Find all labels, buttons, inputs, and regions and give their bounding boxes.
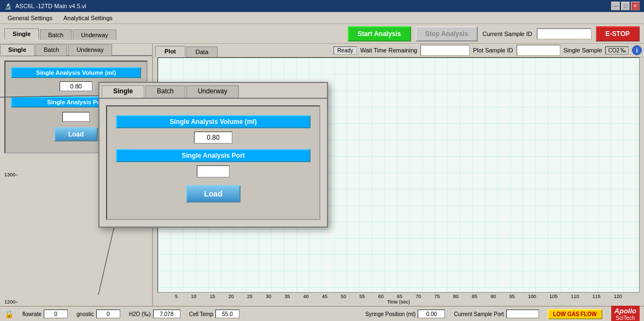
syringe-position-label: Syringe Position (ml): [365, 311, 415, 317]
diagnostic-input[interactable]: [96, 310, 120, 318]
tab-plot[interactable]: Plot: [155, 46, 185, 57]
plot-sample-id-label: Plot Sample ID: [473, 47, 513, 54]
lock-icon: 🔒: [4, 310, 14, 318]
zoom-tab-strip: Single Batch Underway: [99, 83, 327, 99]
h2o-input[interactable]: [153, 310, 180, 318]
wait-time-label: Wait Time Remaining: [360, 47, 417, 54]
main-toolbar: Single Batch Underway Start Analysis Sto…: [0, 24, 644, 44]
flowrate-field: flowrate: [22, 310, 68, 318]
wait-time-input[interactable]: [420, 45, 470, 56]
current-sample-port-field: Current Sample Port: [454, 310, 538, 318]
x-axis: 510152025 3035404550 5560657075 80859095…: [155, 293, 642, 299]
tab-underway-main[interactable]: Underway: [73, 29, 116, 40]
syringe-position-field: Syringe Position (ml): [365, 310, 445, 318]
load-button[interactable]: Load: [54, 127, 98, 141]
zoom-volume-label-button[interactable]: Single Analysis Volume (ml): [116, 115, 311, 128]
maximize-button[interactable]: □: [621, 2, 630, 10]
close-button[interactable]: ✕: [631, 2, 640, 10]
volume-input[interactable]: [60, 81, 92, 91]
cell-temp-label: Cell Temp: [189, 311, 213, 317]
plot-sample-id-input[interactable]: [517, 45, 560, 56]
start-analysis-button[interactable]: Start Analysis: [348, 26, 411, 41]
title-bar: 🔬 ASC6L -12TD Main v4.5.vi ─ □ ✕: [0, 0, 644, 12]
status-ready: Ready: [333, 46, 357, 55]
left-tab-strip: Single Batch Underway: [0, 44, 152, 56]
title-bar-controls: ─ □ ✕: [611, 2, 640, 10]
current-sample-port-label: Current Sample Port: [454, 311, 504, 317]
tab-batch-main[interactable]: Batch: [40, 29, 72, 40]
syringe-position-input[interactable]: [418, 310, 445, 318]
title-bar-title: ASC6L -12TD Main v4.5.vi: [15, 3, 86, 9]
menu-analytical-settings[interactable]: Analytical Settings: [58, 14, 118, 22]
flowrate-input[interactable]: [44, 310, 68, 318]
co2-label: CO2: [608, 47, 619, 54]
bottom-bar: 🔒 flowrate gnostic H2O (‰) Cell Temp Syr…: [0, 306, 644, 321]
tab-underway[interactable]: Underway: [68, 44, 112, 56]
menu-bar: General Settings Analytical Settings: [0, 12, 644, 24]
tab-data[interactable]: Data: [186, 46, 218, 57]
zoom-overlay: Single Batch Underway Single Analysis Vo…: [98, 82, 328, 228]
flowrate-label: flowrate: [22, 311, 42, 317]
current-sample-id-label: Current Sample ID: [482, 31, 532, 37]
zoom-tab-single[interactable]: Single: [102, 85, 144, 98]
x-axis-label: Time (sec): [155, 299, 642, 306]
zoom-tab-batch[interactable]: Batch: [145, 85, 185, 98]
tab-single[interactable]: Single: [0, 44, 34, 56]
single-sample-label: Single Sample: [564, 47, 602, 54]
co2-badge: CO2 ‰: [605, 46, 629, 55]
diagnostic-label: gnostic: [77, 311, 94, 317]
port-input[interactable]: [62, 112, 90, 122]
info-button[interactable]: i: [632, 45, 642, 55]
h2o-field: H2O (‰): [129, 310, 180, 318]
app-icon: 🔬: [4, 3, 12, 10]
zoom-port-input[interactable]: [197, 165, 230, 177]
zoom-load-button[interactable]: Load: [186, 185, 241, 203]
apollo-text: Apollo: [614, 307, 636, 315]
scitech-text: SciTech: [616, 315, 635, 321]
zoom-tab-underway[interactable]: Underway: [186, 85, 239, 98]
estop-button[interactable]: E-STOP: [596, 26, 640, 41]
current-sample-port-input[interactable]: [506, 310, 539, 318]
zoom-volume-input[interactable]: [194, 132, 232, 144]
zoom-port-label-button[interactable]: Single Analysis Port: [116, 149, 311, 162]
zoom-panel-content: Single Analysis Volume (ml) Single Analy…: [106, 105, 320, 220]
co2-unit: ‰: [620, 47, 626, 54]
cell-temp-input[interactable]: [215, 310, 239, 318]
apollo-logo: Apollo SciTech: [611, 305, 640, 321]
minimize-button[interactable]: ─: [611, 2, 620, 10]
menu-general-settings[interactable]: General Settings: [2, 14, 58, 22]
cell-temp-field: Cell Temp: [189, 310, 239, 318]
current-sample-id-input[interactable]: [537, 28, 592, 39]
tab-single-main[interactable]: Single: [4, 28, 39, 40]
h2o-label: H2O (‰): [129, 311, 151, 317]
volume-label-button[interactable]: Single Analysis Volume (ml): [11, 67, 141, 78]
diagnostic-field: gnostic: [77, 310, 120, 318]
stop-analysis-button[interactable]: Stop Analysis: [415, 26, 478, 41]
tab-batch[interactable]: Batch: [36, 44, 67, 56]
low-gas-flow-button[interactable]: LOW GAS FLOW: [548, 309, 602, 319]
title-bar-left: 🔬 ASC6L -12TD Main v4.5.vi: [4, 3, 86, 10]
